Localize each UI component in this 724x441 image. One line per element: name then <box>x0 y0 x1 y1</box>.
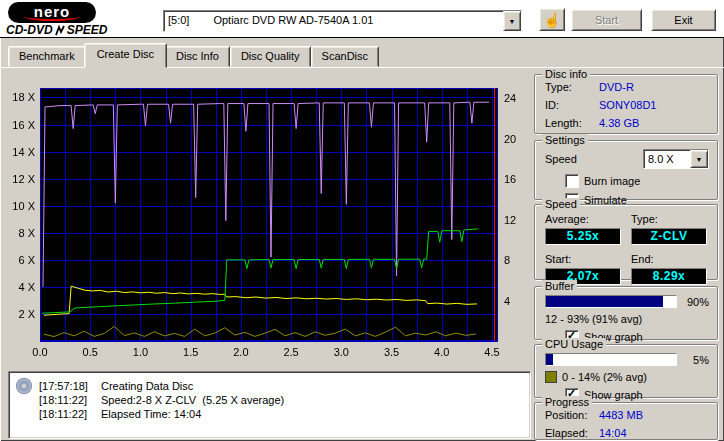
progress-elapsed-row: Elapsed:14:04 <box>535 427 717 439</box>
cpu-range-row: 0 - 14% (2% avg) <box>535 366 717 383</box>
drive-bus: [5:0] <box>168 14 189 26</box>
disc-info-title: Disc info <box>542 68 590 80</box>
speed-chart-canvas <box>8 70 532 370</box>
speed-setting-label: Speed <box>545 153 577 165</box>
log-timestamp: [17:57:18] <box>39 379 101 393</box>
disc-length-label: Length: <box>545 117 599 129</box>
progress-elapsed-value: 14:04 <box>599 427 627 439</box>
cpu-show-graph-label: Show graph <box>584 389 643 401</box>
chevron-down-icon: ▼ <box>696 156 703 163</box>
disc-id-row: ID:SONY08D1 <box>535 99 717 111</box>
disc-type-value: DVD-R <box>599 81 634 93</box>
disc-length-value: 4.38 GB <box>599 117 639 129</box>
progress-title: Progress <box>542 396 592 408</box>
log-timestamp: [18:11:22] <box>39 393 101 407</box>
cpu-bar <box>545 353 677 366</box>
log-row: [17:57:18]Creating Data Disc <box>39 379 526 393</box>
speed-average-value: 5.25x <box>545 228 621 245</box>
speed-end-value: 8.29x <box>631 268 707 285</box>
speed-average-label: Average: <box>545 213 621 225</box>
cpu-bar-fill <box>546 354 553 365</box>
log-message: Speed:2-8 X Z-CLV (5.25 X average) <box>101 393 284 407</box>
log-timestamp: [18:11:22] <box>39 407 101 421</box>
speed-end-label: End: <box>631 253 707 265</box>
log-rows: [17:57:18]Creating Data Disc [18:11:22]S… <box>39 379 526 421</box>
drive-name: Optiarc DVD RW AD-7540A 1.01 <box>213 14 373 26</box>
speed-select-dropdown-button[interactable]: ▼ <box>690 150 708 168</box>
tab-bar: Benchmark Create Disc Disc Info Disc Qua… <box>8 44 379 67</box>
cpu-percent: 5% <box>681 354 709 366</box>
tab-create-disc[interactable]: Create Disc <box>84 43 167 68</box>
cpu-usage-title: CPU Usage <box>542 338 606 350</box>
hand-tool-button[interactable]: ☝ <box>539 8 565 31</box>
top-bar: nero CD-DVD SPEED [5:0]Optiarc DVD RW AD… <box>0 0 724 38</box>
product-name-right: SPEED <box>67 23 108 37</box>
drive-selector[interactable]: [5:0]Optiarc DVD RW AD-7540A 1.01 ▼ <box>163 10 522 32</box>
buffer-bar-fill <box>546 296 663 307</box>
speed-cells: Average: 5.25x Type: Z-CLV Start: 2.07x … <box>535 205 717 285</box>
buffer-percent: 90% <box>681 296 709 308</box>
speed-end-cell: End: 8.29x <box>631 253 707 285</box>
burn-image-row: ✓ Burn image <box>535 169 717 188</box>
settings-group: Settings Speed 8.0 X ▼ ✓ Burn image ✓ Si… <box>534 140 718 200</box>
speed-chart <box>8 70 532 370</box>
speed-type-cell: Type: Z-CLV <box>631 213 707 245</box>
speed-average-cell: Average: 5.25x <box>545 213 621 245</box>
nero-logo: nero <box>8 2 96 23</box>
burn-image-checkbox[interactable]: ✓ <box>565 174 579 188</box>
speed-select-value: 8.0 X <box>644 150 690 168</box>
cpu-color-swatch <box>545 371 557 383</box>
nero-swoosh-icon <box>24 12 80 21</box>
create-disc-icon <box>16 378 32 394</box>
log-row: [18:11:22]Speed:2-8 X Z-CLV (5.25 X aver… <box>39 393 526 407</box>
progress-group: Progress Position:4483 MB Elapsed:14:04 <box>534 402 718 440</box>
speed-group-title: Speed <box>542 198 580 210</box>
speed-select[interactable]: 8.0 X ▼ <box>643 149 709 169</box>
disc-type-label: Type: <box>545 81 599 93</box>
tab-scandisc[interactable]: ScanDisc <box>311 46 379 67</box>
exit-button[interactable]: Exit <box>651 9 716 31</box>
progress-position-row: Position:4483 MB <box>535 409 717 421</box>
buffer-title: Buffer <box>542 280 577 292</box>
disc-id-value: SONY08D1 <box>599 99 656 111</box>
speed-type-label: Type: <box>631 213 707 225</box>
settings-title: Settings <box>542 134 588 146</box>
app-window: nero CD-DVD SPEED [5:0]Optiarc DVD RW AD… <box>0 0 724 441</box>
tab-disc-quality[interactable]: Disc Quality <box>230 46 311 67</box>
cpu-range-text: 0 - 14% (2% avg) <box>562 371 647 383</box>
tab-benchmark[interactable]: Benchmark <box>8 46 86 67</box>
tab-disc-info[interactable]: Disc Info <box>165 46 230 67</box>
progress-position-value: 4483 MB <box>599 409 643 421</box>
buffer-bar <box>545 295 677 308</box>
disc-info-group: Disc info Type:DVD-R ID:SONY08D1 Length:… <box>534 74 718 134</box>
product-name-left: CD-DVD <box>6 23 53 37</box>
log-panel: [17:57:18]Creating Data Disc [18:11:22]S… <box>8 371 531 439</box>
disc-type-row: Type:DVD-R <box>535 81 717 93</box>
disc-length-row: Length:4.38 GB <box>535 117 717 129</box>
progress-position-label: Position: <box>545 409 599 421</box>
drive-dropdown-button[interactable]: ▼ <box>503 11 521 31</box>
hand-icon: ☝ <box>543 12 560 28</box>
buffer-range-text: 12 - 93% (91% avg) <box>545 313 642 325</box>
speed-group: Speed Average: 5.25x Type: Z-CLV Start: … <box>534 204 718 280</box>
drive-selector-text: [5:0]Optiarc DVD RW AD-7540A 1.01 <box>164 11 503 31</box>
log-row: [18:11:22]Elapsed Time: 14:04 <box>39 407 526 421</box>
burn-image-label: Burn image <box>584 175 640 187</box>
lightning-icon <box>55 25 65 36</box>
cpu-usage-group: CPU Usage 5% 0 - 14% (2% avg) ✓ Show gra… <box>534 344 718 398</box>
progress-elapsed-label: Elapsed: <box>545 427 599 439</box>
log-message: Creating Data Disc <box>101 379 193 393</box>
start-button[interactable]: Start <box>571 9 642 31</box>
chevron-down-icon: ▼ <box>509 18 516 25</box>
buffer-group: Buffer 90% 12 - 93% (91% avg) ✓ Show gra… <box>534 286 718 340</box>
log-message: Elapsed Time: 14:04 <box>101 407 201 421</box>
buffer-range-row: 12 - 93% (91% avg) <box>535 308 717 325</box>
speed-start-label: Start: <box>545 253 621 265</box>
product-name: CD-DVD SPEED <box>6 23 107 37</box>
disc-id-label: ID: <box>545 99 599 111</box>
speed-type-value: Z-CLV <box>631 228 707 245</box>
